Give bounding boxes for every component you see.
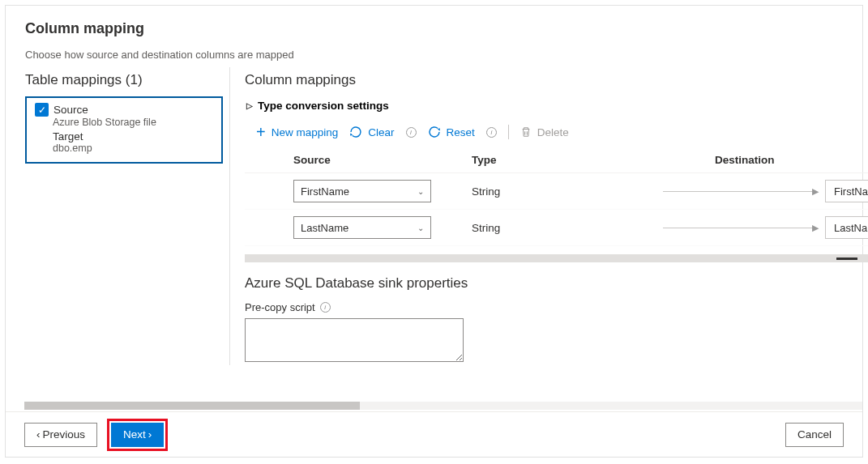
sink-properties-title: Azure SQL Database sink properties [245,275,868,292]
mapping-target-label: Target [53,130,213,143]
destination-field[interactable]: LastName [825,216,868,239]
chevron-left-icon: ‹ [36,428,41,441]
type-conversion-toggle[interactable]: ▷ Type conversion settings [246,100,868,112]
source-dropdown[interactable]: FirstName ⌄ [293,180,431,202]
chevron-down-icon: ⌄ [417,187,424,196]
info-icon[interactable]: i [486,127,497,138]
scroll-thumb[interactable] [24,402,360,410]
mapping-row: FirstName ⌄ String ▶ FirstName [245,173,868,210]
footer: ‹ Previous Next › Cancel [6,411,862,457]
mapping-toolbar: + New mapping Clear i Reset i Delete [256,125,868,139]
table-mappings-title: Table mappings (1) [25,72,229,88]
mapping-source-label: Source [53,104,88,116]
type-cell: String [472,185,663,198]
destination-field[interactable]: FirstName [825,180,868,202]
table-mappings-panel: Table mappings (1) ✓ Source Azure Blob S… [25,67,229,365]
mapping-checkbox[interactable]: ✓ [35,103,49,117]
precopy-label: Pre-copy script [245,301,315,313]
col-dest-header: Destination [715,154,868,166]
chevron-right-icon: › [148,428,152,441]
trash-icon [520,126,532,138]
plus-icon: + [256,126,266,138]
mapping-row: LastName ⌄ String ▶ LastName [245,210,868,246]
mapping-arrow: ▶ [663,186,825,197]
next-button[interactable]: Next › [111,423,164,447]
mapping-target-value: dbo.emp [53,143,213,154]
refresh-cw-icon [428,126,441,138]
chevron-down-icon: ⌄ [417,223,424,232]
column-mappings-panel: Column mappings ▷ Type conversion settin… [229,67,868,365]
grid-header: Source Type Destination [245,151,868,173]
page-subtitle: Choose how source and destination column… [25,49,843,61]
column-mappings-title: Column mappings [245,72,868,88]
precopy-script-input[interactable] [245,318,464,362]
cancel-button[interactable]: Cancel [785,423,844,447]
caret-right-icon: ▷ [246,101,253,110]
header: Column mapping Choose how source and des… [6,6,862,67]
toolbar-separator [508,125,509,139]
mapping-arrow: ▶ [663,223,825,233]
delete-button: Delete [520,126,569,138]
refresh-ccw-icon [349,126,362,138]
new-mapping-button[interactable]: + New mapping [256,126,338,138]
reset-button[interactable]: Reset [428,126,475,138]
type-cell: String [472,222,663,234]
splitter-handle[interactable] [836,258,857,260]
horizontal-scrollbar[interactable] [24,402,862,410]
previous-button[interactable]: ‹ Previous [24,423,97,447]
col-type-header: Type [472,154,715,166]
info-icon[interactable]: i [320,302,331,313]
highlight-annotation: Next › [107,419,168,451]
page-title: Column mapping [25,20,843,37]
col-source-header: Source [293,154,472,166]
mapping-source-value: Azure Blob Storage file [53,117,213,128]
source-dropdown[interactable]: LastName ⌄ [293,216,431,239]
clear-button[interactable]: Clear [349,126,394,138]
table-mapping-card[interactable]: ✓ Source Azure Blob Storage file Target … [25,96,223,164]
type-conversion-label: Type conversion settings [258,100,389,112]
info-icon[interactable]: i [406,127,417,138]
column-mapping-panel: Column mapping Choose how source and des… [5,5,863,458]
splitter-bar[interactable] [245,254,868,262]
